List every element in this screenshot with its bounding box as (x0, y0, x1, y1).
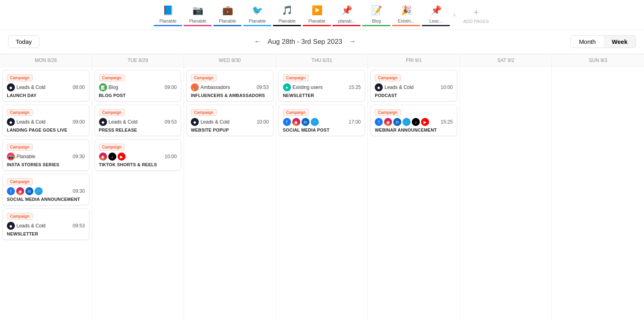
next-date-arrow[interactable]: → (349, 37, 356, 46)
event-time: 10:00 (257, 119, 269, 125)
event-card[interactable]: Campaign ◆Leads & Cold 09:53 PRESS RELEA… (95, 105, 182, 136)
add-pages-button[interactable]: ＋ ADD PAGES (462, 6, 490, 24)
ig-icon: ◉ (99, 153, 107, 161)
month-view-button[interactable]: Month (571, 36, 604, 47)
nav-page-yt[interactable]: ▶️ Planable (303, 3, 331, 26)
event-time: 09:30 (73, 154, 85, 159)
event-channel: 📷Planable (7, 153, 35, 161)
campaign-tag: Campaign (375, 74, 400, 81)
event-card[interactable]: Campaign ◆Leads & Cold 09:53 NEWSLETTER (2, 208, 89, 240)
event-card[interactable]: Campaign ◆Leads & Cold 10:00 WEBSITE POP… (186, 105, 273, 136)
col-body-sat (460, 67, 552, 73)
event-meta: ◆Leads & Cold 10:00 (375, 83, 453, 91)
nav-bar-yt (303, 25, 331, 26)
li-icon: in (25, 187, 33, 195)
yt-icon: ▶ (118, 153, 126, 161)
top-nav: 📘 Planable 📷 Planable 💼 Planable 🐦 Plana… (0, 0, 644, 30)
event-card[interactable]: Campaign 🎉Ambassadors 09:53 INFLUENCERS … (186, 70, 273, 101)
nav-page-tw[interactable]: 🐦 Planable (243, 3, 271, 26)
nav-icon-yt: ▶️ (310, 3, 324, 18)
calendar-header: Today ← Aug 28th - 3rd Sep 2023 → Month … (0, 30, 644, 54)
event-meta: ◆Leads & Cold 10:00 (191, 118, 269, 126)
nav-bar-ig (184, 25, 212, 26)
event-time: 09:53 (257, 85, 269, 90)
channel-name: Planable (17, 154, 35, 159)
event-card[interactable]: Campaign 📝Blog 09:00 BLOG POST (95, 70, 182, 101)
event-title: LAUNCH DAY (7, 93, 85, 98)
nav-page-fb[interactable]: 📘 Planable (154, 3, 182, 26)
event-title: WEBSITE POPUP (191, 128, 269, 132)
event-title: SOCIAL MEDIA ANNOUNCEMENT (7, 197, 85, 202)
view-toggle: Month Week (570, 35, 636, 48)
event-card[interactable]: Campaign ◆Leads & Cold 08:00 LAUNCH DAY (2, 70, 89, 101)
nav-label-fb: Planable (154, 19, 182, 23)
event-meta: 📝Blog 09:00 (99, 83, 177, 91)
date-range-label: Aug 28th - 3rd Sep 2023 (268, 38, 342, 46)
nav-page-li[interactable]: 💼 Planable (213, 3, 242, 26)
nav-icon-li: 💼 (220, 3, 235, 18)
cal-col-thu: THU 8/31Campaign ★Existing users 15:25 N… (276, 54, 368, 320)
campaign-tag: Campaign (99, 74, 125, 81)
event-title: TIKTOK SHORTS & REELS (99, 162, 177, 167)
event-icons: f◉in🐦♪▶ (375, 118, 429, 126)
nav-icon-blog: 📝 (369, 3, 384, 18)
event-channel: 🎉Ambassadors (191, 83, 230, 91)
event-channel: ◆Leads & Cold (7, 83, 45, 91)
nav-page-blog[interactable]: 📝 Blog (362, 3, 390, 26)
event-title: PODCAST (375, 93, 453, 98)
event-card[interactable]: Campaign f◉in🐦♪▶ 15:25 WEBINAR ANNOUNCEM… (370, 105, 457, 136)
event-meta: 📷Planable 09:30 (7, 153, 85, 161)
col-header-mon: MON 8/28 (0, 54, 92, 67)
leads-icon: ◆ (375, 83, 383, 91)
tw-icon: 🐦 (402, 118, 411, 126)
event-icons: ◉♪▶ (99, 153, 126, 161)
event-card[interactable]: Campaign ★Existing users 15:25 NEWSLETTE… (279, 70, 365, 101)
nav-chevron-right[interactable]: › (453, 11, 455, 19)
today-button[interactable]: Today (8, 35, 39, 48)
cal-col-sat: SAT 9/2 (460, 54, 552, 320)
event-title: SOCIAL MEDIA POST (283, 128, 361, 132)
li-icon: in (393, 118, 401, 126)
campaign-tag: Campaign (283, 74, 309, 81)
col-body-thu: Campaign ★Existing users 15:25 NEWSLETTE… (276, 67, 368, 139)
event-card[interactable]: Campaign f◉in🐦 17:00 SOCIAL MEDIA POST (279, 105, 365, 136)
event-card[interactable]: Campaign f◉in🐦 09:30 SOCIAL MEDIA ANNOUN… (2, 174, 89, 205)
tw-icon: 🐦 (311, 118, 319, 126)
campaign-tag: Campaign (7, 109, 33, 116)
channel-name: Leads & Cold (109, 119, 138, 125)
col-body-wed: Campaign 🎉Ambassadors 09:53 INFLUENCERS … (184, 67, 276, 139)
event-card[interactable]: Campaign ◆Leads & Cold 10:00 PODCAST (370, 70, 457, 101)
nav-icon-tk: 🎵 (280, 3, 294, 18)
event-time: 09:00 (165, 85, 177, 90)
prev-date-arrow[interactable]: ← (254, 37, 261, 46)
campaign-tag: Campaign (283, 109, 309, 116)
nav-label-tw: Planable (243, 19, 271, 23)
event-card[interactable]: Campaign ◆Leads & Cold 09:00 LANDING PAG… (2, 105, 89, 136)
col-body-fri: Campaign ◆Leads & Cold 10:00 PODCASTCamp… (368, 67, 460, 139)
nav-page-pi[interactable]: 📌 planab... (332, 3, 361, 26)
tk-icon: ♪ (108, 153, 116, 161)
event-time: 17:00 (349, 119, 361, 125)
event-channel: ◆Leads & Cold (375, 83, 413, 91)
nav-page-exist[interactable]: 🎉 Existin... (392, 3, 420, 26)
week-view-button[interactable]: Week (604, 36, 636, 47)
ig-icon: ◉ (384, 118, 392, 126)
nav-page-leads[interactable]: 📌 Leac... (422, 3, 450, 26)
nav-icon-pi: 📌 (339, 3, 354, 18)
event-time: 10:00 (165, 154, 177, 159)
channel-name: Leads & Cold (200, 119, 229, 125)
col-header-thu: THU 8/31 (276, 54, 368, 67)
event-card[interactable]: Campaign ◉♪▶ 10:00 TIKTOK SHORTS & REELS (95, 139, 182, 171)
campaign-tag: Campaign (191, 74, 217, 81)
campaign-tag: Campaign (7, 213, 33, 220)
cal-col-mon: MON 8/28Campaign ◆Leads & Cold 08:00 LAU… (0, 54, 92, 320)
nav-page-ig[interactable]: 📷 Planable (184, 3, 212, 26)
event-card[interactable]: Campaign 📷Planable 09:30 INSTA STORIES S… (2, 139, 89, 171)
col-header-fri: FRI 9/1 (368, 54, 460, 67)
event-meta: f◉in🐦 09:30 (7, 187, 85, 195)
event-meta: ★Existing users 15:25 (283, 83, 361, 91)
nav-page-tk[interactable]: 🎵 Planable (273, 3, 301, 26)
event-title: LANDING PAGE GOES LIVE (7, 128, 85, 132)
event-meta: f◉in🐦♪▶ 15:25 (375, 118, 453, 126)
event-icons: f◉in🐦 (283, 118, 319, 126)
